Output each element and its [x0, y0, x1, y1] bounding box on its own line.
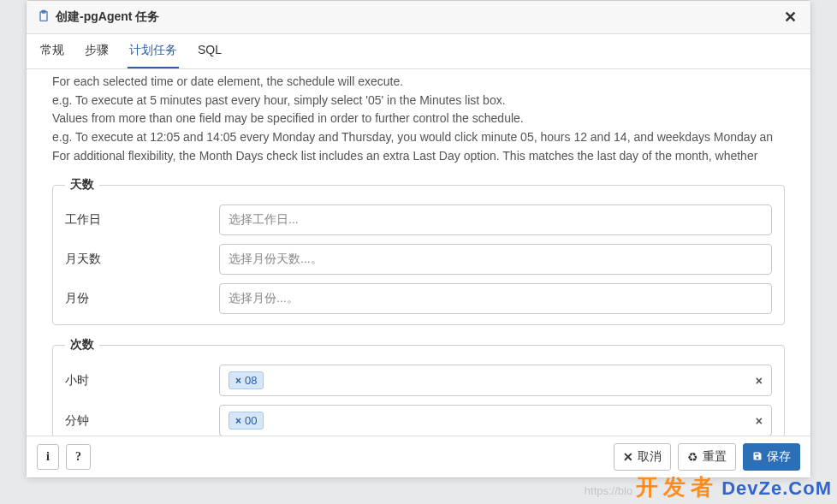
watermark-en: DevZe.CoM [721, 477, 832, 500]
desc-line: e.g. To execute at 12:05 and 14:05 every… [52, 128, 785, 147]
help-icon: ? [75, 450, 81, 464]
placeholder-text: 选择月份...。 [229, 291, 299, 306]
row-weekday: 工作日 选择工作日... [65, 205, 772, 235]
dialog-body[interactable]: For each selected time or date element, … [27, 69, 810, 436]
row-minute: 分钟 × 00 × [65, 405, 772, 436]
close-icon[interactable]: ✕ [781, 8, 800, 27]
dialog-footer: i ? ✕ 取消 ♻ 重置 保存 [27, 436, 810, 477]
dialog: 创建-pgAgent 任务 ✕ 常规 步骤 计划任务 SQL For each … [26, 0, 811, 478]
select-monthday[interactable]: 选择月份天数...。 [219, 244, 772, 275]
label-minute: 分钟 [65, 413, 219, 429]
desc-line: For each selected time or date element, … [52, 73, 785, 92]
desc-line: e.g. To execute at 5 minutes past every … [52, 92, 785, 110]
fieldset-times: 次数 小时 × 08 × 分钟 × 00 × [52, 337, 785, 436]
clear-all-icon[interactable]: × [749, 414, 763, 428]
tabs: 常规 步骤 计划任务 SQL [27, 34, 810, 69]
tag-minute: × 00 [229, 412, 264, 430]
desc-line: Values from more than one field may be s… [52, 110, 785, 128]
desc-line: For additional flexibility, the Month Da… [52, 147, 785, 166]
button-label: 重置 [703, 449, 727, 465]
dialog-title-wrap: 创建-pgAgent 任务 [37, 9, 159, 26]
clear-all-icon[interactable]: × [749, 374, 763, 388]
select-weekday[interactable]: 选择工作日... [219, 205, 772, 235]
placeholder-text: 选择月份天数...。 [229, 252, 323, 267]
dialog-header: 创建-pgAgent 任务 ✕ [27, 1, 810, 34]
tab-schedule[interactable]: 计划任务 [128, 34, 179, 68]
tag-label: 00 [245, 414, 257, 427]
watermark-url: https://blo [585, 484, 632, 497]
fieldset-days: 天数 工作日 选择工作日... 月天数 选择月份天数...。 月份 选择月份..… [52, 177, 785, 325]
select-hour[interactable]: × 08 × [219, 365, 772, 396]
label-monthday: 月天数 [65, 252, 219, 267]
reset-button[interactable]: ♻ 重置 [678, 443, 736, 471]
recycle-icon: ♻ [687, 450, 698, 464]
tag-label: 08 [245, 374, 257, 387]
label-weekday: 工作日 [65, 212, 219, 228]
placeholder-text: 选择工作日... [229, 212, 299, 228]
label-month: 月份 [65, 291, 219, 306]
cancel-button[interactable]: ✕ 取消 [614, 443, 671, 471]
help-button[interactable]: ? [66, 444, 91, 470]
label-hour: 小时 [65, 373, 219, 388]
select-month[interactable]: 选择月份...。 [219, 283, 772, 314]
tag-remove-icon[interactable]: × [235, 415, 241, 427]
select-minute[interactable]: × 00 × [219, 405, 772, 436]
info-button[interactable]: i [37, 444, 59, 470]
fieldset-times-legend: 次数 [65, 337, 99, 353]
save-icon [752, 450, 763, 464]
button-label: 保存 [767, 449, 791, 465]
row-monthday: 月天数 选择月份天数...。 [65, 244, 772, 275]
fieldset-days-legend: 天数 [65, 177, 99, 193]
tab-steps[interactable]: 步骤 [83, 34, 110, 68]
tab-general[interactable]: 常规 [39, 34, 66, 68]
schedule-description: For each selected time or date element, … [52, 73, 785, 165]
clipboard-icon [37, 9, 50, 26]
row-hour: 小时 × 08 × [65, 365, 772, 396]
save-button[interactable]: 保存 [743, 443, 800, 471]
tag-remove-icon[interactable]: × [235, 375, 241, 387]
info-icon: i [46, 450, 50, 464]
tab-sql[interactable]: SQL [196, 34, 223, 68]
close-icon: ✕ [623, 450, 633, 464]
dialog-title: 创建-pgAgent 任务 [56, 9, 159, 25]
button-label: 取消 [638, 449, 662, 465]
row-month: 月份 选择月份...。 [65, 283, 772, 314]
tag-hour: × 08 [229, 371, 264, 389]
